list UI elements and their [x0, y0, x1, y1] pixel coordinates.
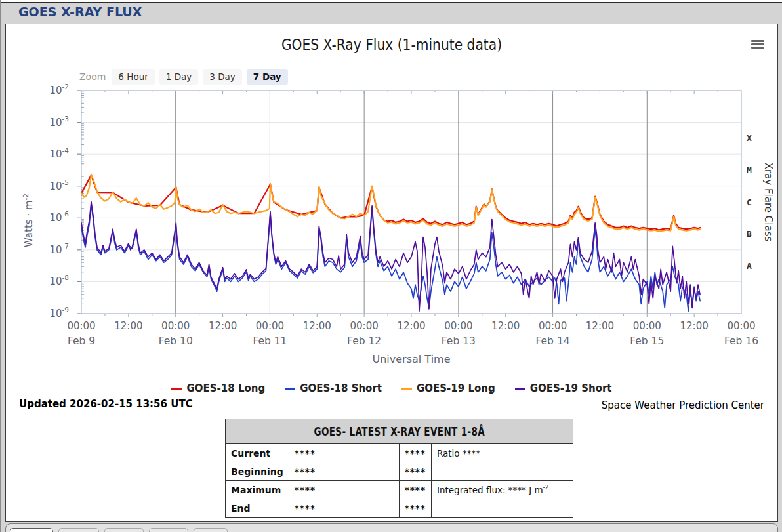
- x-tick-time: 12:00: [303, 320, 331, 332]
- page-header: GOES X-RAY FLUX: [1, 3, 782, 21]
- series-goes-19-long: [81, 174, 700, 232]
- x-tick-time: 12:00: [586, 320, 614, 332]
- y-tick-label: 10-6: [49, 210, 69, 224]
- y-tick-label: 10-7: [49, 242, 69, 256]
- bottom-tab-1[interactable]: [10, 528, 53, 532]
- zoom-button-3-day[interactable]: 3 Day: [203, 69, 242, 85]
- x-tick-date: Feb 15: [630, 335, 664, 347]
- legend-label: GOES-19 Long: [417, 382, 495, 394]
- legend-swatch: [285, 388, 295, 390]
- zoom-button-7-day[interactable]: 7 Day: [247, 69, 288, 85]
- x-tick-date: Feb 13: [442, 335, 476, 347]
- zoom-button-6-hour[interactable]: 6 Hour: [112, 69, 154, 85]
- legend-item-goes-19-short[interactable]: GOES-19 Short: [515, 382, 612, 394]
- chart-title: GOES X-Ray Flux (1-minute data): [52, 36, 731, 53]
- x-tick-time: 00:00: [727, 320, 755, 332]
- chart-menu-button[interactable]: [751, 40, 764, 51]
- y-tick-label: 10-3: [49, 115, 69, 129]
- y-tick-label: 10-2: [49, 83, 69, 96]
- x-tick-time: 00:00: [633, 320, 661, 332]
- y-tick-label: 10-9: [49, 306, 69, 319]
- page-title: GOES X-RAY FLUX: [18, 5, 142, 19]
- event-row-end: End********: [226, 499, 573, 518]
- bottom-tab-bar: [5, 523, 778, 532]
- swpc-credit: Space Weather Prediction Center: [602, 399, 764, 411]
- y2-axis-title: Xray Flare Class: [762, 163, 774, 242]
- legend-item-goes-18-short[interactable]: GOES-18 Short: [285, 382, 382, 394]
- legend-swatch: [515, 388, 525, 390]
- legend-swatch: [401, 388, 412, 390]
- x-tick-time: 00:00: [539, 320, 567, 332]
- flare-class-b: B: [747, 229, 752, 239]
- x-tick-date: Feb 16: [724, 335, 758, 347]
- legend-label: GOES-19 Short: [530, 382, 612, 394]
- bottom-tab-4[interactable]: [149, 528, 188, 532]
- x-tick-time: 00:00: [444, 320, 472, 332]
- x-tick-time: 12:00: [680, 320, 709, 332]
- y-tick-label: 10-4: [49, 146, 69, 160]
- x-tick-time: 12:00: [491, 320, 520, 332]
- x-tick-date: Feb 11: [253, 335, 287, 347]
- chart-panel: GOES X-Ray Flux (1-minute data) Zoom 6 H…: [5, 24, 778, 522]
- x-tick-time: 00:00: [161, 320, 190, 332]
- chart-legend: GOES-18 LongGOES-18 ShortGOES-19 LongGOE…: [6, 382, 777, 394]
- x-axis-title: Universal Time: [372, 353, 450, 365]
- zoom-label: Zoom: [79, 72, 106, 82]
- x-tick-time: 00:00: [350, 320, 379, 332]
- latest-xray-event-table: GOES- LATEST X-RAY EVENT 1-8Å Current***…: [225, 419, 573, 518]
- zoom-controls: Zoom 6 Hour1 Day3 Day7 Day: [79, 69, 288, 85]
- x-tick-time: 12:00: [397, 320, 425, 332]
- flare-class-a: A: [747, 261, 752, 271]
- bottom-tab-5[interactable]: [194, 528, 228, 532]
- x-tick-time: 00:00: [67, 320, 95, 332]
- y-tick-label: 10-5: [49, 178, 69, 192]
- legend-label: GOES-18 Long: [186, 382, 265, 394]
- event-row-maximum: Maximum********Integrated flux: **** J m…: [226, 481, 573, 499]
- x-tick-time: 12:00: [114, 320, 142, 332]
- updated-timestamp: Updated 2026-02-15 13:56 UTC: [19, 398, 193, 410]
- flare-class-x: X: [747, 133, 752, 143]
- legend-item-goes-19-long[interactable]: GOES-19 Long: [401, 382, 495, 394]
- app-window: GOES X-RAY FLUX GOES X-Ray Flux (1-minut…: [0, 0, 782, 532]
- hamburger-icon: [751, 40, 764, 42]
- event-row-beginning: Beginning********: [226, 462, 573, 481]
- bottom-tab-2[interactable]: [58, 528, 99, 532]
- legend-swatch: [171, 388, 182, 390]
- x-tick-date: Feb 12: [347, 335, 381, 347]
- event-row-current: Current********Ratio ****: [226, 444, 573, 462]
- x-tick-time: 00:00: [256, 320, 284, 332]
- x-tick-date: Feb 14: [536, 335, 570, 347]
- event-table-title: GOES- LATEST X-RAY EVENT 1-8Å: [226, 419, 573, 444]
- zoom-button-1-day[interactable]: 1 Day: [159, 69, 199, 85]
- flare-class-m: M: [747, 165, 752, 175]
- bottom-tab-3[interactable]: [104, 528, 144, 532]
- x-tick-date: Feb 10: [159, 335, 193, 347]
- y-tick-label: 10-8: [49, 274, 69, 287]
- x-tick-date: Feb 9: [68, 335, 95, 347]
- legend-item-goes-18-long[interactable]: GOES-18 Long: [171, 382, 265, 394]
- y-axis-title: Watts · m-2: [22, 194, 35, 247]
- legend-label: GOES-18 Short: [300, 382, 382, 394]
- x-tick-time: 12:00: [209, 320, 237, 332]
- flare-class-c: C: [747, 197, 752, 207]
